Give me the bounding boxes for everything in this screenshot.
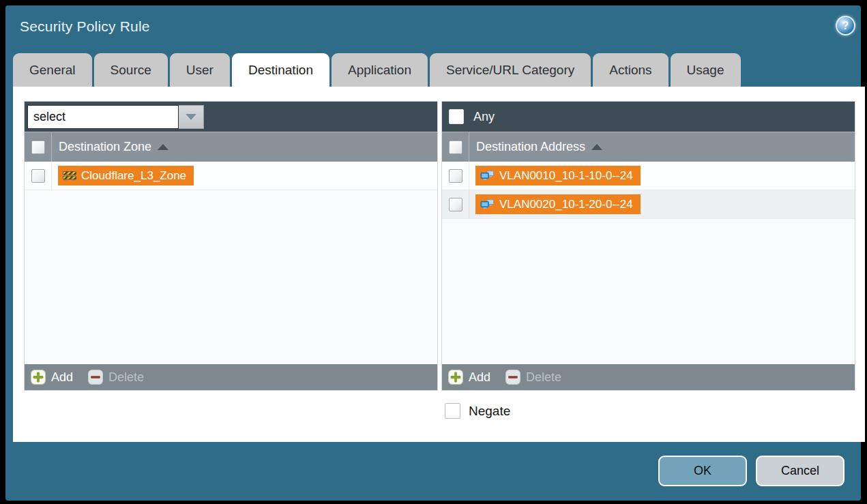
table-row: VLAN0020_10-1-20-0--24 <box>442 190 855 219</box>
zone-item-label: Cloudflare_L3_Zone <box>81 169 186 183</box>
delete-icon <box>88 370 103 385</box>
zone-select-input[interactable] <box>27 105 179 129</box>
row-checkbox-cell <box>25 162 52 190</box>
any-checkbox[interactable] <box>449 109 464 124</box>
help-icon[interactable]: ? <box>836 16 855 35</box>
zone-select-all-checkbox[interactable] <box>31 140 45 154</box>
address-header-checkbox-cell <box>442 132 469 162</box>
sort-ascending-icon <box>591 144 602 150</box>
tab-source[interactable]: Source <box>94 53 168 87</box>
address-item[interactable]: VLAN0010_10-1-10-0--24 <box>475 166 641 186</box>
delete-icon <box>505 370 520 385</box>
address-icon <box>480 199 495 209</box>
address-select-all-checkbox[interactable] <box>449 140 462 154</box>
address-row-checkbox[interactable] <box>449 169 462 183</box>
zone-column-label: Destination Zone <box>59 140 151 154</box>
add-button[interactable]: Add <box>31 370 73 385</box>
delete-button-label: Delete <box>526 370 561 385</box>
tab-application[interactable]: Application <box>332 53 428 87</box>
address-toolbar: Add Delete <box>442 364 855 390</box>
zone-select-combobox <box>27 105 204 129</box>
address-icon <box>480 171 495 181</box>
row-checkbox-cell <box>442 162 469 190</box>
address-column-label: Destination Address <box>476 140 585 154</box>
negate-checkbox[interactable] <box>445 403 460 419</box>
tab-bar: General Source User Destination Applicat… <box>13 53 741 87</box>
delete-button-label: Delete <box>108 370 144 385</box>
zone-list: Cloudflare_L3_Zone <box>25 162 437 364</box>
tab-service-url-category[interactable]: Service/URL Category <box>430 53 591 87</box>
address-item[interactable]: VLAN0020_10-1-20-0--24 <box>475 194 641 214</box>
ok-button[interactable]: OK <box>658 456 747 486</box>
tab-general[interactable]: General <box>13 53 92 87</box>
dialog-title: Security Policy Rule <box>20 18 150 35</box>
tab-user[interactable]: User <box>170 53 230 87</box>
zone-filter-bar <box>25 102 437 132</box>
add-button-label: Add <box>51 370 73 385</box>
address-list: VLAN0010_10-1-10-0--24 <box>442 162 855 364</box>
table-row: Cloudflare_L3_Zone <box>25 162 437 190</box>
add-button[interactable]: Add <box>448 370 490 385</box>
tab-usage[interactable]: Usage <box>671 53 741 87</box>
zone-select-dropdown-button[interactable] <box>179 105 204 129</box>
zone-icon <box>63 171 76 181</box>
address-column-header: Destination Address <box>442 132 855 162</box>
zone-toolbar: Add Delete <box>25 364 437 390</box>
destination-zone-panel: Destination Zone <box>24 101 438 391</box>
add-button-label: Add <box>469 370 490 385</box>
zone-column-title[interactable]: Destination Zone <box>59 140 168 154</box>
zone-header-checkbox-cell <box>25 132 52 162</box>
address-row-checkbox[interactable] <box>449 198 462 211</box>
chevron-down-icon <box>186 114 196 120</box>
add-icon <box>448 370 463 385</box>
address-item-label: VLAN0020_10-1-20-0--24 <box>499 198 633 211</box>
zone-row-checkbox[interactable] <box>31 169 45 183</box>
address-item-label: VLAN0010_10-1-10-0--24 <box>499 169 633 183</box>
table-row: VLAN0010_10-1-10-0--24 <box>442 162 855 190</box>
screen: Security Policy Rule ? General Source Us… <box>0 0 867 504</box>
negate-option: Negate <box>445 403 510 419</box>
security-policy-rule-dialog: Security Policy Rule ? General Source Us… <box>5 5 861 501</box>
any-bar: Any <box>442 102 855 132</box>
delete-button: Delete <box>505 370 561 385</box>
negate-label: Negate <box>469 404 510 419</box>
tab-destination[interactable]: Destination <box>232 53 329 87</box>
tab-actions[interactable]: Actions <box>593 53 668 87</box>
cancel-button[interactable]: Cancel <box>756 456 844 486</box>
tab-content-destination: Destination Zone <box>13 87 865 442</box>
delete-button: Delete <box>88 370 144 385</box>
destination-address-panel: Any Destination Address <box>441 101 855 391</box>
sort-ascending-icon <box>158 144 168 150</box>
zone-item[interactable]: Cloudflare_L3_Zone <box>58 166 194 186</box>
address-column-title[interactable]: Destination Address <box>476 140 602 154</box>
add-icon <box>31 370 46 385</box>
any-label: Any <box>473 110 495 124</box>
zone-column-header: Destination Zone <box>25 132 437 162</box>
row-checkbox-cell <box>442 190 469 218</box>
